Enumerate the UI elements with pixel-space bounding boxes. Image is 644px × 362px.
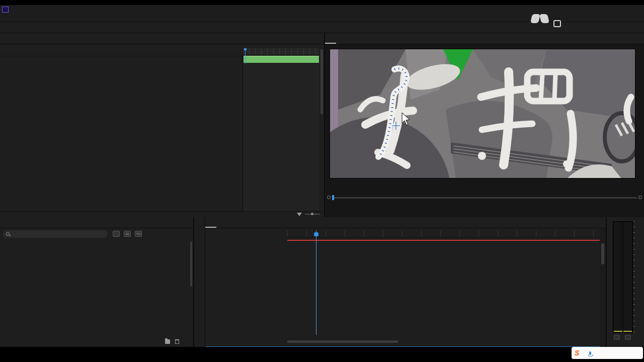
effect-filter-badges: 32 YU [113, 231, 142, 237]
solo-buttons [614, 335, 631, 340]
ime-toolbar[interactable]: S [572, 347, 643, 359]
program-monitor-tabbar [325, 33, 644, 44]
premiere-app-icon [2, 7, 9, 13]
menu-bar [0, 14, 644, 22]
new-bin-icon[interactable] [165, 339, 170, 344]
accelerated-effects-badge[interactable] [113, 231, 120, 237]
tab-program[interactable] [325, 34, 336, 44]
effect-controls-scrollbar[interactable] [320, 49, 323, 115]
timeline-ruler[interactable] [287, 230, 600, 237]
playhead-line[interactable] [316, 230, 316, 335]
effect-keyframe-lane [243, 48, 319, 211]
render-bar-red [287, 240, 600, 241]
bottom-panel-row: 32 YU [0, 217, 644, 347]
timeline-panel [194, 217, 606, 347]
timeline-hscrollbar[interactable] [287, 340, 398, 343]
effect-controls-header [0, 44, 243, 56]
project-footer-icons [165, 339, 179, 344]
meter-channel-left [614, 222, 622, 332]
meter-channel-right [623, 222, 632, 332]
transport-controls [325, 203, 644, 216]
scrubber-playhead[interactable] [332, 195, 334, 200]
solo-left-button[interactable] [614, 335, 620, 340]
audio-meters-panel [607, 217, 644, 347]
audio-meter [613, 221, 633, 333]
top-panel-row [0, 33, 644, 217]
effects-browser-panel: 32 YU [0, 217, 193, 347]
keyframe-lane-ruler[interactable] [243, 48, 319, 55]
delete-icon[interactable] [175, 339, 179, 344]
timeline-header-column [205, 228, 287, 347]
timeline-tabbar [205, 217, 606, 228]
timeline-track-area [287, 228, 600, 347]
tab-sequence-01[interactable] [205, 218, 216, 228]
project-tabbar [0, 217, 193, 228]
yuv-effects-badge[interactable]: YU [135, 231, 142, 237]
program-video-canvas[interactable] [330, 49, 635, 178]
timeline-timecode[interactable] [205, 228, 287, 230]
program-controls [325, 185, 644, 193]
effect-controls-panel [0, 33, 324, 217]
project-scrollbar[interactable] [190, 241, 192, 287]
scrubber-track[interactable] [332, 197, 637, 199]
zoom-handle-left[interactable] [327, 196, 331, 199]
effect-controls-footer [0, 211, 324, 217]
effects-search-box[interactable] [3, 230, 108, 238]
title-bar [0, 5, 644, 14]
32bit-effects-badge[interactable]: 32 [124, 231, 131, 237]
sogou-logo-icon[interactable]: S [575, 349, 579, 357]
meter-scale-labels [635, 221, 644, 333]
lane-playhead[interactable] [245, 48, 246, 63]
program-scrubber[interactable] [329, 195, 640, 200]
video-frame-art [330, 49, 635, 178]
zoom-handle-right[interactable] [638, 196, 642, 199]
lane-clip-bar[interactable] [244, 56, 319, 63]
timeline-vscrollbar[interactable] [600, 228, 606, 347]
effect-controls-tabbar [0, 33, 324, 44]
filter-keyframes-icon[interactable] [297, 213, 302, 216]
program-monitor-panel [325, 33, 644, 217]
search-icon [6, 232, 10, 236]
workspace-bar [0, 22, 644, 33]
tools-panel [194, 217, 205, 347]
voice-input-icon[interactable] [589, 351, 591, 355]
solo-right-button[interactable] [625, 335, 631, 340]
lane-zoom-slider[interactable] [305, 214, 320, 215]
program-viewport [325, 44, 644, 217]
effects-search-input[interactable] [12, 232, 103, 237]
premiere-window: 32 YU [0, 5, 644, 347]
